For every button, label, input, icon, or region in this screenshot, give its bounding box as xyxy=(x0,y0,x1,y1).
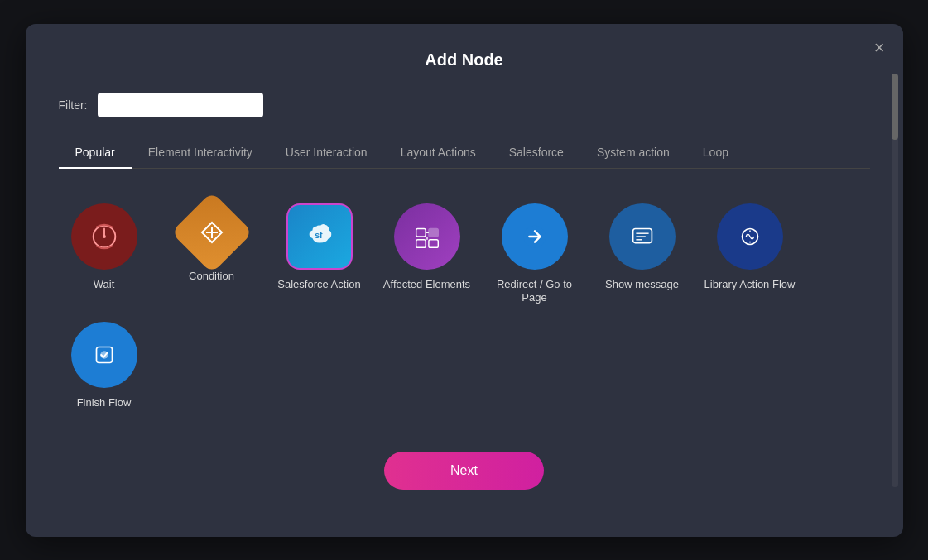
tab-layout-actions[interactable]: Layout Actions xyxy=(384,137,493,169)
library-icon-bg xyxy=(717,203,783,270)
add-node-modal: × Add Node Filter: Popular Element Inter… xyxy=(26,24,903,537)
close-button[interactable]: × xyxy=(874,39,885,57)
show-message-label: Show message xyxy=(605,278,679,292)
svg-rect-5 xyxy=(416,239,425,247)
wait-icon xyxy=(89,221,120,252)
filter-label: Filter: xyxy=(59,98,88,112)
svg-rect-10 xyxy=(632,228,652,242)
node-affected-elements[interactable]: Affected Elements xyxy=(382,203,473,306)
node-finish-flow[interactable]: Finish Flow xyxy=(59,322,150,410)
svg-point-1 xyxy=(103,235,106,238)
tabs-bar: Popular Element Interactivity User Inter… xyxy=(59,137,870,169)
svg-text:sf: sf xyxy=(315,230,323,239)
finish-icon xyxy=(89,339,120,371)
tab-popular[interactable]: Popular xyxy=(59,137,132,169)
redirect-icon-bg xyxy=(502,203,568,270)
affected-icon-bg xyxy=(394,203,460,270)
scrollbar-track xyxy=(892,74,898,487)
tab-element-interactivity[interactable]: Element Interactivity xyxy=(132,137,269,169)
node-condition[interactable]: Condition xyxy=(166,203,257,306)
redirect-icon xyxy=(519,221,551,252)
library-action-flow-label: Library Action Flow xyxy=(704,278,796,292)
salesforce-icon-bg: sf xyxy=(286,203,353,270)
svg-rect-6 xyxy=(428,239,437,247)
finish-icon-bg xyxy=(71,322,137,388)
tab-salesforce[interactable]: Salesforce xyxy=(493,137,580,169)
modal-title: Add Node xyxy=(59,50,870,69)
svg-rect-3 xyxy=(416,228,425,237)
node-show-message[interactable]: Show message xyxy=(597,203,688,306)
wait-label: Wait xyxy=(94,278,115,292)
node-redirect[interactable]: Redirect / Go to Page xyxy=(489,203,580,306)
node-salesforce-action[interactable]: sf Salesforce Action xyxy=(274,203,365,306)
filter-input[interactable] xyxy=(98,93,263,117)
next-button[interactable]: Next xyxy=(384,452,544,490)
filter-row: Filter: xyxy=(59,93,870,117)
node-wait[interactable]: Wait xyxy=(59,203,150,306)
library-icon xyxy=(734,221,766,252)
tab-user-interaction[interactable]: User Interaction xyxy=(269,137,384,169)
condition-label: Condition xyxy=(189,270,234,284)
salesforce-icon: sf xyxy=(304,221,335,252)
show-message-icon xyxy=(627,221,658,252)
tab-system-action[interactable]: System action xyxy=(580,137,686,169)
svg-rect-4 xyxy=(428,228,437,237)
condition-icon xyxy=(198,218,226,246)
redirect-label: Redirect / Go to Page xyxy=(489,278,580,306)
affected-icon xyxy=(411,221,443,252)
salesforce-action-label: Salesforce Action xyxy=(277,278,360,292)
finish-flow-label: Finish Flow xyxy=(77,396,132,410)
affected-elements-label: Affected Elements xyxy=(383,278,470,292)
tab-loop[interactable]: Loop xyxy=(686,137,745,169)
modal-overlay: × Add Node Filter: Popular Element Inter… xyxy=(0,0,928,560)
wait-icon-bg xyxy=(71,203,137,270)
condition-icon-bg xyxy=(171,191,252,273)
scrollbar-thumb[interactable] xyxy=(892,74,898,140)
node-library-action-flow[interactable]: Library Action Flow xyxy=(704,203,796,306)
show-message-icon-bg xyxy=(609,203,676,270)
nodes-grid: Wait Condition sf xyxy=(59,195,870,436)
